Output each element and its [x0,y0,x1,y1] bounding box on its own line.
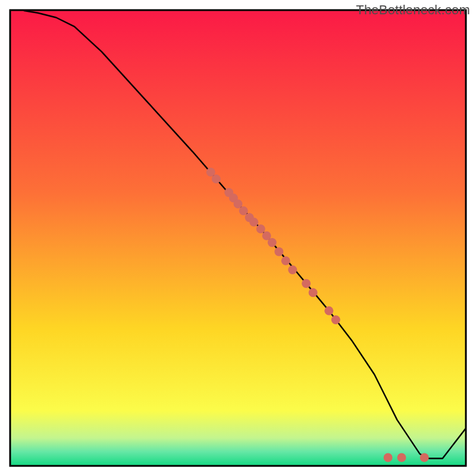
scatter-point [256,224,265,233]
scatter-point [309,288,318,297]
scatter-point [288,265,297,274]
chart-svg [0,0,476,476]
watermark-text: TheBottleneck.com [356,2,470,18]
scatter-point [239,206,248,215]
bottleneck-chart: TheBottleneck.com [0,0,476,476]
scatter-point [420,453,429,462]
scatter-point [331,315,340,324]
scatter-point [212,174,221,183]
scatter-point [268,238,277,247]
scatter-point [274,247,283,256]
scatter-point [249,218,258,227]
scatter-point [302,279,311,288]
scatter-point [384,453,393,462]
gradient-background [11,11,465,465]
scatter-point [397,453,406,462]
scatter-point [281,256,290,265]
scatter-point [324,306,333,315]
